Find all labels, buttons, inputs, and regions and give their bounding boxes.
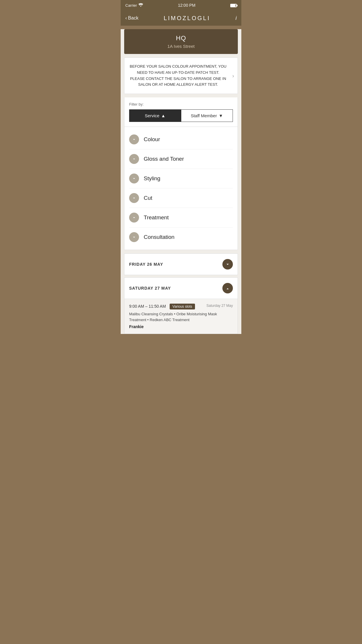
filter-staff-button[interactable]: Staff Member ▼ <box>181 110 233 122</box>
saturday-expand-icon <box>222 283 233 293</box>
list-item[interactable]: Gloss and Toner <box>129 149 233 169</box>
slot-time-block: 9:00 AM – 11:50 AM Various slots <box>129 304 195 309</box>
back-chevron-icon: ‹ <box>125 15 127 21</box>
consultation-label: Consultation <box>144 234 175 240</box>
colour-label: Colour <box>144 136 160 143</box>
filter-staff-chevron-icon: ▼ <box>219 113 223 118</box>
filter-service-button[interactable]: Service ▲ <box>129 110 181 122</box>
appointment-slot[interactable]: 9:00 AM – 11:50 AM Various slots Saturda… <box>124 299 238 334</box>
list-item[interactable]: Colour <box>129 130 233 149</box>
slot-date-right: Saturday 27 May <box>206 304 233 308</box>
slot-badge: Various slots <box>170 304 195 309</box>
saturday-date-section: SATURDAY 27 MAY <box>124 277 238 299</box>
cut-label: Cut <box>144 195 152 201</box>
filter-label: Filter by: <box>129 102 233 106</box>
friday-date-label: FRIDAY 26 MAY <box>129 262 163 267</box>
filter-service-label: Service <box>145 113 159 118</box>
slot-time: 9:00 AM – 11:50 AM <box>129 304 166 309</box>
gloss-toner-expand-icon <box>129 154 139 164</box>
info-button[interactable]: i <box>236 15 237 21</box>
gloss-toner-label: Gloss and Toner <box>144 156 184 162</box>
status-time: 12:00 PM <box>178 3 195 8</box>
patch-notice-arrow-icon: › <box>232 73 234 79</box>
app-title: LIMOZLOGLI <box>164 15 210 22</box>
treatment-label: Treatment <box>144 214 169 221</box>
list-item[interactable]: Treatment <box>129 208 233 228</box>
main-content: HQ 1A Ives Street BEFORE YOUR SALON COLO… <box>121 29 241 334</box>
friday-expand-icon <box>222 259 233 270</box>
location-name: HQ <box>130 34 232 42</box>
styling-label: Styling <box>144 175 160 182</box>
saturday-date-header[interactable]: SATURDAY 27 MAY <box>124 278 238 299</box>
patch-notice-text: BEFORE YOUR SALON COLOUR APPOINTMENT, YO… <box>129 64 233 88</box>
nav-bar: ‹ Back LIMOZLOGLI i <box>121 10 241 26</box>
slot-services: Malibu Cleansing Crystals • Oribe Moistu… <box>129 311 233 323</box>
back-button[interactable]: ‹ Back <box>125 15 138 21</box>
list-item[interactable]: Cut <box>129 188 233 208</box>
styling-expand-icon <box>129 174 139 183</box>
filter-service-sort-icon: ▲ <box>161 113 166 118</box>
cut-expand-icon <box>129 193 139 203</box>
filter-section: Filter by: Service ▲ Staff Member ▼ <box>124 97 238 127</box>
status-bar: Carrier 12:00 PM <box>121 0 241 10</box>
friday-date-section: FRIDAY 26 MAY <box>124 253 238 275</box>
filter-buttons: Service ▲ Staff Member ▼ <box>129 109 233 122</box>
carrier-label: Carrier <box>125 3 137 8</box>
service-list: Colour Gloss and Toner Styling Cut Treat <box>124 127 238 250</box>
location-address: 1A Ives Street <box>130 44 232 49</box>
wifi-icon <box>138 3 143 8</box>
location-banner: HQ 1A Ives Street <box>124 29 238 54</box>
friday-date-header[interactable]: FRIDAY 26 MAY <box>124 254 238 275</box>
filter-staff-label: Staff Member <box>191 113 217 118</box>
treatment-expand-icon <box>129 213 139 223</box>
list-item[interactable]: Styling <box>129 169 233 188</box>
colour-expand-icon <box>129 134 139 144</box>
slot-header: 9:00 AM – 11:50 AM Various slots Saturda… <box>129 304 233 309</box>
consultation-expand-icon <box>129 232 139 242</box>
back-label: Back <box>128 15 138 21</box>
battery-indicator <box>230 3 237 8</box>
carrier-info: Carrier <box>125 3 143 8</box>
saturday-date-label: SATURDAY 27 MAY <box>129 286 171 290</box>
list-item[interactable]: Consultation <box>129 228 233 247</box>
patch-notice[interactable]: BEFORE YOUR SALON COLOUR APPOINTMENT, YO… <box>124 57 238 94</box>
slot-stylist: Frankie <box>129 324 233 329</box>
